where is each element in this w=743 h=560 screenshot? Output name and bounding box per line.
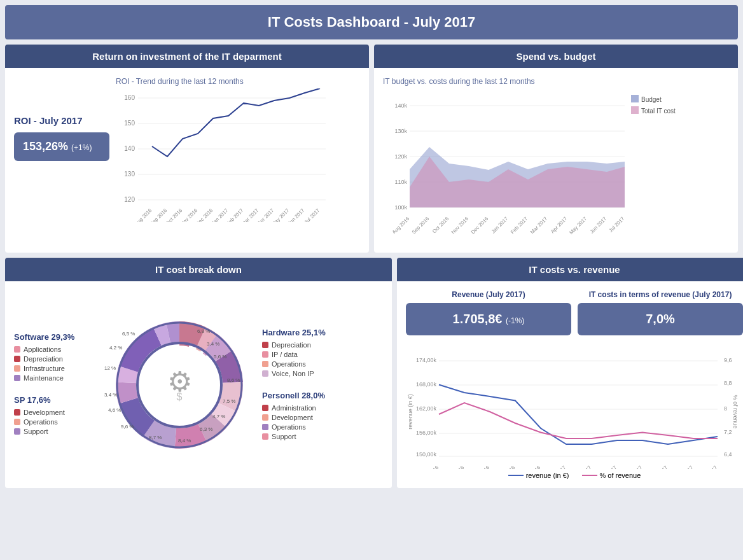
revenue-chart-legend: revenue (in €) % of revenue (406, 472, 743, 479)
donut-chart: ⚙ $ 6,8 % 3,4 % 5,6 % 8,6 % 7,5 % 4,7 % … (103, 309, 256, 461)
svg-text:140k: 140k (394, 102, 407, 109)
legend-per-sup: Support (262, 433, 383, 440)
kpi2-value-box: 7,0% (578, 303, 743, 335)
kpi2-label: IT costs in terms of revenue (July 2017) (578, 290, 743, 299)
hardware-title: Hardware 25,1% (262, 328, 383, 337)
svg-text:8,8: 8,8 (724, 380, 732, 386)
svg-text:120: 120 (124, 196, 135, 203)
roi-left: ROI - July 2017 153,26% (+1%) (14, 77, 116, 161)
legend-pct-line: % of revenue (582, 472, 641, 479)
svg-text:9,6 %: 9,6 % (121, 424, 134, 430)
spend-panel-body: IT budget vs. costs during the last 12 m… (374, 68, 738, 253)
svg-text:Jun 2017: Jun 2017 (589, 216, 608, 235)
svg-text:Jan 2017: Jan 2017 (548, 465, 567, 469)
svg-text:5,6 %: 5,6 % (214, 354, 226, 360)
svg-text:Nov 2016: Nov 2016 (497, 465, 517, 469)
legend-revenue-line: revenue (in €) (508, 472, 569, 479)
svg-text:156,00k: 156,00k (416, 430, 437, 436)
legend-dot (262, 424, 268, 430)
legend-dot (262, 342, 268, 348)
svg-text:6,4: 6,4 (724, 451, 732, 458)
svg-text:Jun 2017: Jun 2017 (287, 207, 306, 222)
svg-text:Jul 2017: Jul 2017 (701, 465, 719, 469)
svg-text:Apr 2017: Apr 2017 (625, 465, 644, 469)
svg-text:revenue (in €): revenue (in €) (407, 394, 413, 430)
kpi1-change: (-1%) (506, 316, 524, 325)
svg-text:Oct 2016: Oct 2016 (431, 216, 450, 235)
svg-text:6,3 %: 6,3 % (200, 426, 212, 432)
svg-text:4,7 %: 4,7 % (212, 414, 225, 419)
svg-text:6,5 %: 6,5 % (122, 331, 135, 337)
svg-text:8,7 %: 8,7 % (149, 435, 162, 440)
kpi-pct: IT costs in terms of revenue (July 2017)… (578, 290, 743, 335)
svg-text:Mar 2017: Mar 2017 (529, 216, 549, 235)
svg-text:3,4 %: 3,4 % (207, 341, 219, 347)
legend-dot (14, 419, 20, 425)
svg-text:120k: 120k (394, 153, 407, 160)
svg-text:8: 8 (724, 405, 727, 412)
svg-text:$: $ (177, 391, 183, 402)
roi-panel-body: ROI - July 2017 153,26% (+1%) ROI - Tren… (5, 68, 369, 253)
legend-dot (262, 361, 268, 367)
svg-text:Sep 2016: Sep 2016 (446, 465, 466, 469)
sp-title: SP 17,6% (14, 395, 103, 405)
svg-text:7,5 %: 7,5 % (223, 398, 235, 404)
revenue-panel-header: IT costs vs. revenue (397, 258, 743, 281)
legend-per-ops: Operations (262, 423, 383, 431)
svg-text:7,2: 7,2 (724, 429, 732, 435)
revenue-panel: IT costs vs. revenue Revenue (July 2017)… (397, 258, 743, 488)
legend-dot (262, 405, 268, 411)
legend-sp-ops: Operations (14, 418, 103, 426)
legend-software-dep: Depreciation (14, 355, 103, 363)
svg-text:Feb 2017: Feb 2017 (510, 216, 529, 235)
kpi2-value: 7,0% (646, 312, 675, 326)
svg-text:Total IT cost: Total IT cost (641, 108, 676, 115)
legend-sp-sup: Support (14, 428, 103, 435)
svg-text:Jul 2017: Jul 2017 (608, 216, 626, 234)
spend-area-chart: Budget Total IT cost 140k 130k 120k 110k… (383, 88, 720, 241)
roi-change: (+1%) (71, 143, 92, 152)
legend-dot (262, 433, 268, 440)
breakdown-legend-left: Software 29,3% Applications Depreciation… (14, 332, 103, 437)
spend-panel-header: Spend vs. budget (374, 45, 738, 68)
svg-text:Jan 2017: Jan 2017 (490, 216, 510, 235)
revenue-kpis: Revenue (July 2017) 1.705,8€ (-1%) IT co… (406, 290, 743, 335)
legend-dot (14, 365, 20, 372)
breakdown-panel-body: Software 29,3% Applications Depreciation… (5, 281, 392, 488)
spend-chart-title: IT budget vs. costs during the last 12 m… (383, 77, 729, 86)
legend-dot (14, 375, 20, 381)
svg-text:168,00k: 168,00k (416, 381, 437, 388)
breakdown-panel-header: IT cost break down (5, 258, 392, 281)
kpi1-label: Revenue (July 2017) (406, 290, 571, 299)
svg-rect-24 (631, 106, 639, 114)
svg-text:Dec 2016: Dec 2016 (195, 207, 214, 222)
kpi1-value-box: 1.705,8€ (-1%) (406, 303, 571, 335)
svg-text:9,6: 9,6 (724, 357, 732, 363)
legend-dot (14, 428, 20, 435)
legend-hw-dep: Depreciation (262, 341, 383, 349)
svg-text:May 2017: May 2017 (649, 465, 669, 469)
svg-text:Apr 2017: Apr 2017 (256, 207, 275, 222)
svg-text:Dec 2016: Dec 2016 (522, 465, 542, 469)
roi-chart-title: ROI - Trend during the last 12 months (116, 77, 360, 86)
svg-text:6,8 %: 6,8 % (197, 328, 210, 334)
svg-text:130k: 130k (394, 128, 407, 134)
svg-text:174,00k: 174,00k (416, 357, 437, 363)
legend-dot (14, 346, 20, 353)
svg-text:Feb 2017: Feb 2017 (573, 465, 593, 469)
personell-title: Personell 28,0% (262, 391, 383, 400)
svg-text:Feb 2017: Feb 2017 (225, 207, 245, 222)
svg-text:150,00k: 150,00k (416, 451, 437, 458)
roi-line-chart: 160 150 140 130 120 Aug 2016 S (116, 88, 332, 222)
header-title: IT Costs Dashboard - July 2017 (268, 14, 475, 30)
svg-text:Apr 2017: Apr 2017 (550, 216, 569, 235)
spend-panel: Spend vs. budget IT budget vs. costs dur… (374, 45, 738, 253)
breakdown-panel: IT cost break down Software 29,3% Applic… (5, 258, 392, 488)
svg-text:Budget: Budget (641, 96, 662, 103)
svg-text:12 %: 12 % (104, 365, 116, 371)
legend-dot (14, 409, 20, 416)
svg-text:Nov 2016: Nov 2016 (450, 216, 470, 235)
legend-dot (262, 351, 268, 358)
legend-dot (14, 356, 20, 362)
svg-text:Aug 2016: Aug 2016 (134, 207, 153, 222)
